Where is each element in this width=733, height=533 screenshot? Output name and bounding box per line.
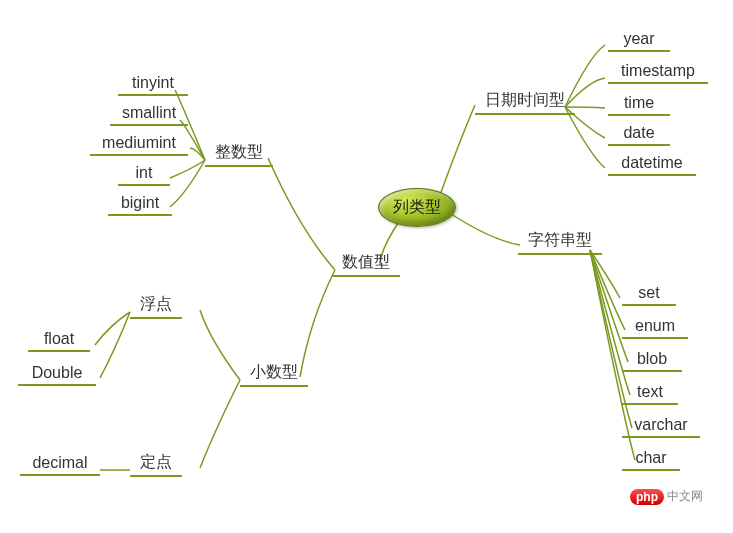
leaf-double: Double [18,362,96,386]
leaf-decimal: decimal [20,452,100,476]
branch-datetime: 日期时间型 [475,88,575,115]
leaf-set: set [622,282,676,306]
watermark-text: 中文网 [667,488,703,505]
root-node: 列类型 [378,188,456,227]
leaf-int: int [118,162,170,186]
leaf-varchar: varchar [622,414,700,438]
leaf-year: year [608,28,670,52]
watermark-badge: php [630,489,664,505]
leaf-text: text [622,381,678,405]
branch-float: 浮点 [130,292,182,319]
leaf-float: float [28,328,90,352]
leaf-smallint: smallint [110,102,188,126]
leaf-time: time [608,92,670,116]
leaf-datetime: datetime [608,152,696,176]
leaf-mediumint: mediumint [90,132,188,156]
leaf-blob: blob [622,348,682,372]
leaf-bigint: bigint [108,192,172,216]
leaf-char: char [622,447,680,471]
branch-decimal-type: 小数型 [240,360,308,387]
leaf-date: date [608,122,670,146]
branch-integer: 整数型 [205,140,273,167]
leaf-timestamp: timestamp [608,60,708,84]
branch-fixed: 定点 [130,450,182,477]
watermark: php 中文网 [630,488,703,505]
branch-numeric: 数值型 [332,250,400,277]
leaf-tinyint: tinyint [118,72,188,96]
branch-string: 字符串型 [518,228,602,255]
leaf-enum: enum [622,315,688,339]
